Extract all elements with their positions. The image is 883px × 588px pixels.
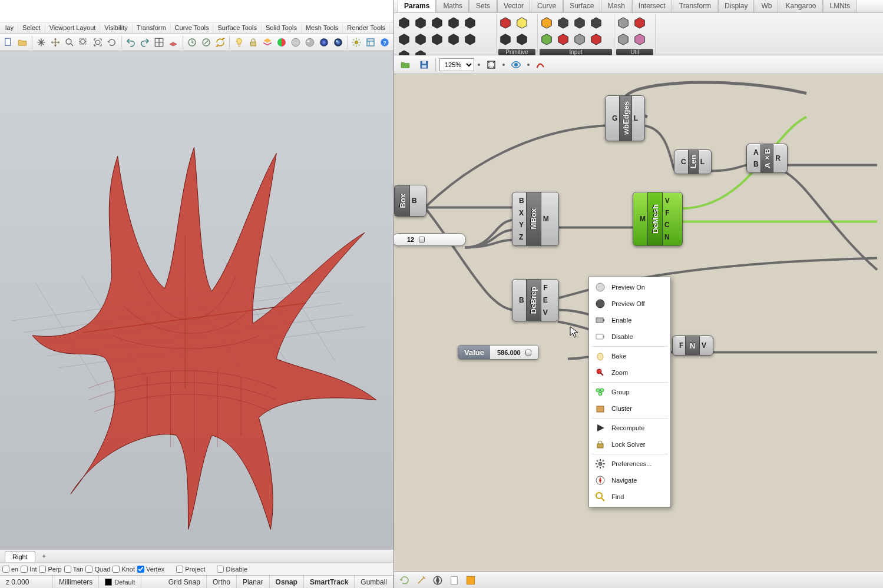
toolset-tab[interactable]: Curve Tools bbox=[171, 23, 214, 32]
history-next-icon[interactable] bbox=[200, 35, 212, 49]
rhino-viewport[interactable] bbox=[0, 51, 393, 549]
ctx-find[interactable]: Find bbox=[589, 489, 670, 505]
zoom-select[interactable]: 125% bbox=[439, 58, 474, 71]
number-panel[interactable]: 12 bbox=[394, 233, 466, 246]
help-icon[interactable]: ? bbox=[379, 35, 391, 49]
viewport-tab-right[interactable]: Right bbox=[5, 551, 35, 562]
pan-icon[interactable] bbox=[35, 35, 48, 49]
param-hex-icon[interactable] bbox=[447, 32, 461, 46]
ribbon-group-label[interactable]: Input bbox=[540, 49, 612, 55]
cluster-warning-icon[interactable] bbox=[464, 573, 478, 587]
param-hex-icon[interactable] bbox=[573, 16, 587, 30]
param-hex-icon[interactable] bbox=[498, 16, 512, 30]
ctx-lock[interactable]: Lock Solver bbox=[589, 436, 670, 453]
value-slider[interactable]: Value 586.000 bbox=[458, 345, 539, 360]
param-hex-icon[interactable] bbox=[498, 32, 512, 46]
gh-tab[interactable]: Kangaroo bbox=[779, 0, 822, 12]
ctx-recompute[interactable]: Recompute bbox=[589, 420, 670, 436]
document-icon[interactable] bbox=[447, 573, 461, 587]
toolset-tab[interactable]: Viewport Layout bbox=[45, 23, 101, 32]
move-icon[interactable] bbox=[49, 35, 62, 49]
shade-ghost-icon[interactable] bbox=[303, 35, 316, 49]
status-toggle[interactable]: Osnap bbox=[270, 576, 304, 588]
status-toggle[interactable]: Planar bbox=[237, 576, 270, 588]
component-axb[interactable]: A B A×B R bbox=[746, 144, 788, 173]
ctx-bake[interactable]: Bake bbox=[589, 348, 670, 364]
ctx-group[interactable]: Group bbox=[589, 384, 670, 400]
gh-tab[interactable]: Params bbox=[398, 0, 436, 12]
param-hex-icon[interactable] bbox=[573, 32, 587, 46]
shade-wire-icon[interactable] bbox=[289, 35, 302, 49]
rotate-view-icon[interactable] bbox=[106, 35, 118, 49]
status-toggle[interactable]: Grid Snap bbox=[163, 576, 207, 588]
ctx-cluster[interactable]: Cluster bbox=[589, 400, 670, 417]
component-n[interactable]: F N V bbox=[672, 335, 713, 356]
save-file-icon[interactable] bbox=[416, 57, 432, 72]
ctx-preferences[interactable]: Preferences... bbox=[589, 456, 670, 472]
zoom-window-icon[interactable] bbox=[78, 35, 90, 49]
toolset-tab[interactable]: lay bbox=[1, 23, 18, 32]
param-hex-icon[interactable] bbox=[540, 16, 554, 30]
status-units[interactable]: Millimeters bbox=[53, 576, 99, 588]
shade-render-icon[interactable] bbox=[318, 35, 330, 49]
toolset-tab[interactable]: Drafting bbox=[390, 23, 393, 32]
param-hex-icon[interactable] bbox=[463, 32, 477, 46]
status-toggle[interactable]: SmartTrack bbox=[304, 576, 355, 588]
undo-icon[interactable] bbox=[125, 35, 137, 49]
cplane-icon[interactable] bbox=[167, 35, 180, 49]
param-hex-icon[interactable] bbox=[430, 32, 444, 46]
viewport-tab-add[interactable]: ✦ bbox=[37, 551, 51, 562]
component-debrep[interactable]: B DeBrep F E V bbox=[512, 279, 559, 321]
light-icon[interactable] bbox=[233, 35, 245, 49]
ctx-zoom[interactable]: Zoom bbox=[589, 364, 670, 381]
ctx-navigate[interactable]: Navigate bbox=[589, 472, 670, 489]
gh-tab[interactable]: Transform bbox=[673, 0, 717, 12]
param-hex-icon[interactable] bbox=[414, 16, 428, 30]
zoom-extents-icon[interactable] bbox=[484, 57, 499, 72]
gh-tab[interactable]: Display bbox=[718, 0, 754, 12]
options-icon[interactable] bbox=[350, 35, 363, 49]
zoom-extents-icon[interactable] bbox=[92, 35, 104, 49]
ctx-enable[interactable]: Enable bbox=[589, 312, 670, 328]
gh-tab[interactable]: Wb bbox=[755, 0, 778, 12]
compass-icon[interactable] bbox=[431, 573, 445, 587]
param-hex-icon[interactable] bbox=[540, 32, 554, 46]
ctx-preview-on[interactable]: Preview On bbox=[589, 279, 670, 295]
open-icon[interactable] bbox=[16, 35, 29, 49]
status-toggle[interactable]: Gumball bbox=[355, 576, 393, 588]
status-toggle[interactable]: Ortho bbox=[207, 576, 237, 588]
component-box[interactable]: Box B bbox=[394, 185, 426, 217]
slider-knob-icon[interactable] bbox=[525, 350, 531, 356]
param-hex-icon[interactable] bbox=[616, 16, 630, 30]
toolset-tab[interactable]: Solid Tools bbox=[262, 23, 302, 32]
preview-icon[interactable] bbox=[508, 57, 524, 72]
context-menu[interactable]: Preview On Preview Off Enable Disable Ba… bbox=[588, 277, 671, 507]
param-hex-icon[interactable] bbox=[556, 32, 570, 46]
param-hex-icon[interactable] bbox=[589, 16, 603, 30]
toolset-tab[interactable]: Mesh Tools bbox=[302, 23, 343, 32]
gh-tab[interactable]: Maths bbox=[436, 0, 469, 12]
toolset-tab[interactable]: Surface Tools bbox=[213, 23, 261, 32]
gh-tab[interactable]: Vector bbox=[497, 0, 530, 12]
zoom-icon[interactable] bbox=[64, 35, 76, 49]
component-len[interactable]: C Len L bbox=[674, 150, 712, 174]
param-hex-icon[interactable] bbox=[589, 32, 603, 46]
param-hex-icon[interactable] bbox=[556, 16, 570, 30]
wand-icon[interactable] bbox=[414, 573, 428, 587]
param-hex-icon[interactable] bbox=[397, 16, 411, 30]
redo-icon[interactable] bbox=[139, 35, 151, 49]
param-hex-icon[interactable] bbox=[633, 16, 647, 30]
ribbon-group-label[interactable]: Primitive bbox=[498, 49, 535, 55]
gh-tab[interactable]: Curve bbox=[531, 0, 563, 12]
history-prev-icon[interactable] bbox=[186, 35, 198, 49]
gh-tab[interactable]: LMNts bbox=[824, 0, 857, 12]
param-hex-icon[interactable] bbox=[633, 32, 647, 46]
osnap-bar[interactable]: en Int Perp Tan Quad Knot Vertex Project… bbox=[0, 562, 393, 575]
param-hex-icon[interactable] bbox=[430, 16, 444, 30]
ctx-disable[interactable]: Disable bbox=[589, 328, 670, 345]
render-icon[interactable] bbox=[332, 35, 344, 49]
toolset-tab[interactable]: Select bbox=[18, 23, 45, 32]
param-hex-icon[interactable] bbox=[397, 32, 411, 46]
gh-tab[interactable]: Mesh bbox=[601, 0, 631, 12]
toolset-tab[interactable]: Transform bbox=[133, 23, 171, 32]
